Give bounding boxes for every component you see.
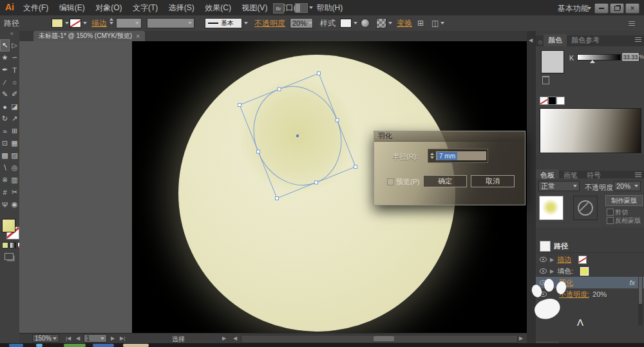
lasso-tool[interactable]: ∽ <box>10 52 19 64</box>
menu-object[interactable]: 对象(O) <box>91 0 126 15</box>
tab-color-guide[interactable]: 颜色参考 <box>567 34 604 46</box>
variable-width-profile-dropdown[interactable] <box>147 18 194 28</box>
document-close-icon[interactable]: × <box>136 33 140 40</box>
magic-wand-tool[interactable]: ★ <box>0 52 10 64</box>
expand-row-icon[interactable]: ▶ <box>550 268 554 274</box>
ellipse-tool[interactable]: ○ <box>10 76 19 88</box>
k-slider-thumb[interactable] <box>590 60 595 63</box>
fill-row-swatch[interactable] <box>580 267 589 276</box>
taskbar-app-icon[interactable] <box>64 344 86 347</box>
menu-edit[interactable]: 编辑(E) <box>55 0 89 15</box>
hscroll-right-icon[interactable]: ▶ <box>519 335 523 341</box>
opacity-mask-icon[interactable] <box>376 18 392 28</box>
taskbar-app-icon[interactable] <box>123 344 149 347</box>
next-artboard-icon[interactable]: ▶ <box>111 335 115 341</box>
width-tool[interactable]: ≈ <box>0 125 10 137</box>
expand-panels-icon[interactable]: ◀ <box>529 37 533 43</box>
artboard-tool[interactable]: # <box>0 186 10 198</box>
menu-select[interactable]: 选择(S) <box>165 0 198 15</box>
clip-checkbox[interactable] <box>607 209 614 216</box>
line-tool[interactable]: ∕ <box>0 76 10 88</box>
current-color-swatch[interactable] <box>541 50 564 73</box>
slice-tool[interactable]: ✂ <box>10 186 19 198</box>
perspective-grid-tool[interactable]: ▦ <box>10 137 19 149</box>
brush-definition-dropdown[interactable]: 基本 <box>205 18 248 28</box>
blend-tool[interactable]: ◎ <box>10 162 19 174</box>
arrange-documents-caret-icon[interactable] <box>309 6 313 9</box>
visibility-eye-icon[interactable] <box>540 257 547 262</box>
radius-input[interactable]: 7 mm <box>436 151 486 160</box>
hand-tool[interactable]: Ψ <box>0 198 10 211</box>
opacity-row-label[interactable]: 不透明度: <box>559 290 589 299</box>
menu-view[interactable]: 视图(V) <box>238 0 271 15</box>
drawing-mode-icon[interactable] <box>5 253 14 260</box>
appearance-feather-row[interactable]: 羽化 fx <box>536 277 644 288</box>
k-slider-track[interactable] <box>577 54 621 61</box>
k-value-field[interactable]: 33.33 <box>621 52 639 62</box>
free-transform-tool[interactable]: ⊞ <box>10 125 19 137</box>
feather-row-label[interactable]: 羽化 <box>559 278 573 288</box>
first-artboard-icon[interactable]: |◀ <box>66 335 71 341</box>
trash-icon[interactable] <box>542 76 549 84</box>
recolor-artwork-icon[interactable] <box>361 18 370 28</box>
workspace-switcher[interactable]: 基本功能 <box>558 3 589 14</box>
zoom-level-dropdown[interactable]: 150% <box>32 334 59 342</box>
color-mode-icon[interactable] <box>2 242 8 249</box>
black-swatch[interactable] <box>548 97 556 105</box>
prev-artboard-icon[interactable]: ◀ <box>76 335 80 341</box>
scale-tool[interactable]: ↗ <box>10 113 19 125</box>
blob-brush-tool[interactable]: ● <box>0 100 10 113</box>
graph-tool[interactable]: ▥ <box>10 174 19 186</box>
none-color-swatch[interactable] <box>540 97 548 105</box>
toolbar-fill-swatch[interactable] <box>2 219 15 232</box>
hscroll-thumb[interactable] <box>374 336 394 341</box>
mask-thumbnail-slot[interactable] <box>573 196 598 220</box>
appearance-scrollbar[interactable] <box>638 277 643 325</box>
blend-mode-dropdown[interactable]: 正常 <box>538 181 580 191</box>
ok-button[interactable]: 确定 <box>423 175 467 187</box>
menu-type[interactable]: 文字(T) <box>129 0 162 15</box>
arrange-documents-icon[interactable] <box>295 3 308 13</box>
stroke-color-well[interactable] <box>70 18 87 28</box>
menu-help[interactable]: 帮助(H) <box>313 0 347 15</box>
direct-selection-tool[interactable]: ▷ <box>10 39 19 52</box>
gradient-mode-icon[interactable] <box>10 242 16 249</box>
bridge-icon[interactable]: Br <box>273 3 284 14</box>
workspace-caret-icon[interactable] <box>587 7 591 10</box>
zoom-tool[interactable]: ◉ <box>10 198 19 211</box>
object-thumbnail[interactable] <box>539 196 564 220</box>
transparency-opacity-dropdown[interactable]: 20% <box>614 181 641 191</box>
preview-checkbox[interactable] <box>387 178 394 185</box>
stroke-weight-field[interactable] <box>116 18 142 28</box>
color-panel-menu-icon[interactable] <box>635 39 641 40</box>
style-well[interactable] <box>340 18 357 28</box>
status-options-icon[interactable]: ▶ <box>222 335 226 341</box>
opacity-field[interactable]: 20% <box>290 18 313 28</box>
taskbar-app-icon[interactable] <box>36 344 43 347</box>
menu-file[interactable]: 文件(F) <box>19 0 52 15</box>
rotate-tool[interactable]: ↻ <box>0 113 10 125</box>
transform-link[interactable]: 变换 <box>397 18 412 28</box>
swatches-panel-menu-icon[interactable] <box>635 174 641 175</box>
menu-effect[interactable]: 效果(C) <box>201 0 235 15</box>
symbol-sprayer-tool[interactable]: ※ <box>0 174 10 186</box>
document-tab[interactable]: 未标题-1* @ 150% (CMYK/预览) × <box>33 31 145 41</box>
feather-dialog-title[interactable]: 羽化 <box>374 131 525 142</box>
appearance-object-row[interactable]: 路径 <box>536 240 644 253</box>
stroke-weight-stepper[interactable] <box>109 18 113 28</box>
align-objects-icon[interactable]: ⊞ <box>417 18 424 28</box>
fill-swatch[interactable] <box>52 19 63 28</box>
eraser-tool[interactable]: ◪ <box>10 100 19 113</box>
artboard-number-dropdown[interactable]: 1 <box>84 334 107 342</box>
pencil-tool[interactable]: ✐ <box>10 88 19 100</box>
white-swatch[interactable] <box>556 97 565 105</box>
appearance-scroll-thumb[interactable] <box>639 277 642 304</box>
appearance-stroke-row[interactable]: ▶ 描边 <box>536 254 644 265</box>
shape-builder-tool[interactable]: ⊡ <box>0 137 10 149</box>
make-mask-button[interactable]: 制作蒙版 <box>605 195 643 206</box>
style-swatch[interactable] <box>340 19 352 28</box>
visibility-eye-icon[interactable] <box>540 292 547 297</box>
visibility-eye-icon[interactable] <box>540 268 547 274</box>
restore-button[interactable] <box>610 3 624 14</box>
fill-row-label[interactable]: 填色: <box>557 267 573 276</box>
